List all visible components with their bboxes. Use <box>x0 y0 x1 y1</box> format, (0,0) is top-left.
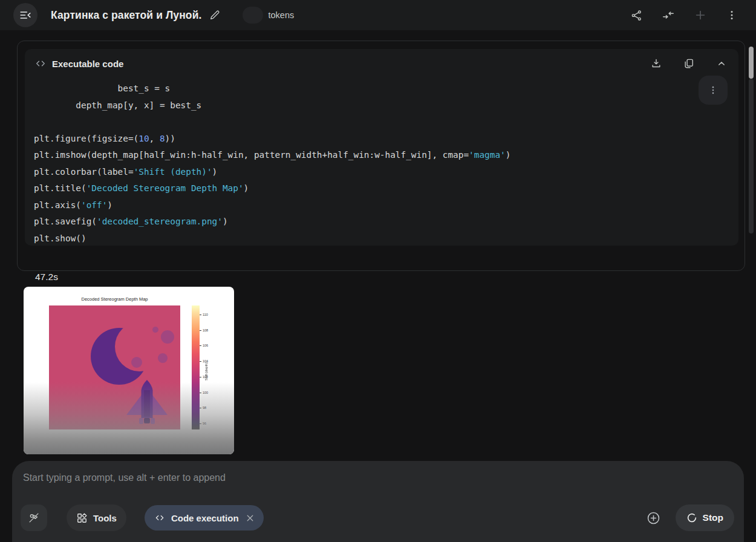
prompt-box: Tools Code execution <box>12 461 744 542</box>
model-turn-card: Executable code <box>17 41 745 271</box>
remove-chip-button[interactable] <box>245 513 255 523</box>
share-icon <box>630 9 643 22</box>
colorbar <box>192 305 200 429</box>
scribble-off-button[interactable] <box>21 504 47 531</box>
crater-circle <box>131 357 142 368</box>
overflow-menu-button[interactable] <box>723 7 740 24</box>
page-scrollbar-thumb[interactable] <box>749 47 754 79</box>
add-attachment-button[interactable] <box>646 511 661 526</box>
chevron-up-icon <box>715 57 728 70</box>
turn-options-button[interactable] <box>699 76 728 105</box>
close-icon <box>245 513 255 523</box>
code-content: best_s = s depth_map[y, x] = best_s plt.… <box>25 74 738 246</box>
execution-time-label: 47.2s <box>35 272 58 282</box>
kebab-menu-icon <box>708 85 719 96</box>
tools-button[interactable]: Tools <box>67 504 126 531</box>
code-execution-chip[interactable]: Code execution <box>145 505 264 531</box>
code-icon <box>34 57 47 70</box>
prompt-toolbar: Tools Code execution <box>21 504 734 531</box>
chip-label: Code execution <box>171 513 239 523</box>
share-button[interactable] <box>628 7 645 24</box>
token-count-placeholder <box>243 7 263 24</box>
copy-code-button[interactable] <box>680 55 697 72</box>
tokens-label: tokens <box>268 10 294 20</box>
code-block-title: Executable code <box>52 59 123 69</box>
depth-map-image <box>49 305 180 429</box>
top-bar: Картинка с ракетой и Луной. tokens <box>0 0 756 30</box>
stop-label: Stop <box>703 512 723 523</box>
download-code-button[interactable] <box>648 55 665 72</box>
plus-icon <box>694 8 707 22</box>
stop-button[interactable]: Stop <box>676 504 734 531</box>
add-circle-icon <box>646 511 661 526</box>
merge-arrows-icon <box>662 8 675 22</box>
spinner-icon <box>686 512 697 523</box>
page-title: Картинка с ракетой и Луной. <box>51 9 201 22</box>
crater-circle <box>158 353 168 363</box>
download-icon <box>650 57 662 70</box>
crater-circle <box>152 327 158 333</box>
prompt-input[interactable] <box>22 472 734 483</box>
colorbar-label: Shift (depth) <box>204 347 208 396</box>
kebab-menu-icon <box>726 9 738 21</box>
crater-circle <box>161 330 174 344</box>
figure-title: Decoded Stereogram Depth Map <box>49 296 180 302</box>
collapse-sidebar-icon <box>19 8 32 22</box>
app-window: Картинка с ракетой и Луной. tokens <box>0 0 756 542</box>
sidebar-toggle-button[interactable] <box>13 3 37 27</box>
code-icon <box>154 512 165 523</box>
scrollbar-track <box>749 79 754 233</box>
collapse-code-button[interactable] <box>713 55 730 72</box>
executable-code-block: Executable code <box>25 49 738 246</box>
output-image-thumbnail[interactable]: Decoded Stereogram Depth Map <box>24 287 234 454</box>
new-chat-button[interactable] <box>691 6 709 24</box>
edit-title-button[interactable] <box>206 7 223 24</box>
compare-mode-button[interactable] <box>659 6 677 24</box>
widgets-icon <box>76 512 88 524</box>
copy-icon <box>683 57 695 70</box>
pencil-icon <box>209 9 221 21</box>
tools-label: Tools <box>93 513 117 523</box>
code-block-header: Executable code <box>25 49 738 74</box>
pen-off-icon <box>27 511 41 524</box>
